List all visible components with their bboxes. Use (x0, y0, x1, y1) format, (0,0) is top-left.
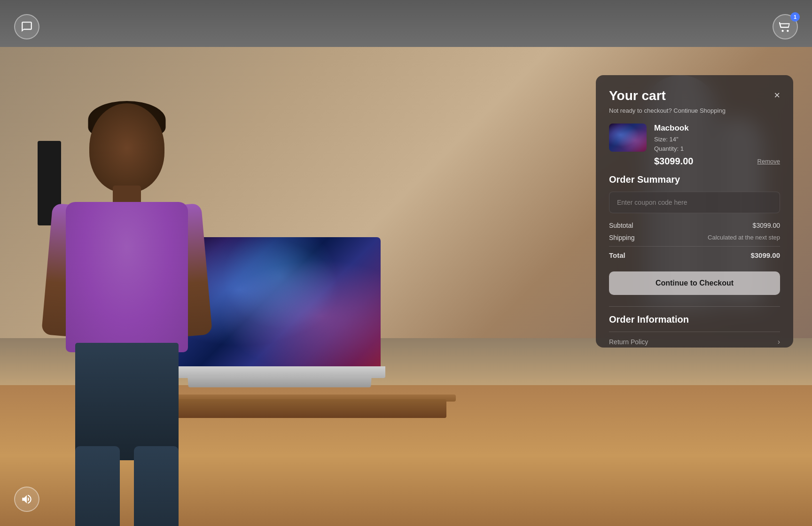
subtotal-value: $3099.00 (753, 222, 780, 229)
close-button[interactable]: × (774, 90, 780, 101)
total-value: $3099.00 (750, 251, 780, 259)
total-label: Total (609, 251, 625, 259)
cart-panel: Your cart × Not ready to checkout? Conti… (596, 75, 793, 348)
product-size: Size: 14" (654, 135, 750, 144)
avatar-left-leg (75, 446, 120, 526)
audio-icon (21, 493, 33, 505)
cart-header: Your cart × (609, 88, 780, 103)
avatar-shirt (66, 202, 188, 352)
avatar-torso-lower (75, 343, 179, 460)
return-policy-label: Return Policy (609, 338, 648, 346)
product-name: Macbook (654, 124, 750, 133)
audio-button[interactable] (14, 487, 39, 512)
order-summary-title: Order Summary (609, 174, 780, 185)
avatar-right-leg (134, 446, 179, 526)
chat-icon (21, 21, 33, 33)
chat-button[interactable] (14, 14, 39, 39)
product-info: Macbook Size: 14" Quantity: 1 $3099.00 (654, 124, 750, 167)
remove-button[interactable]: Remove (757, 158, 780, 165)
product-quantity: Quantity: 1 (654, 144, 750, 154)
cart-icon (779, 21, 791, 33)
shipping-label: Shipping (609, 234, 635, 241)
avatar-body (61, 103, 193, 526)
subtotal-label: Subtotal (609, 222, 633, 229)
checkout-button[interactable]: Continue to Checkout (609, 271, 780, 295)
order-info-title: Order Information (609, 314, 780, 325)
shipping-row: Shipping Calculated at the next step (609, 234, 780, 241)
cart-subtitle: Not ready to checkout? Continue Shopping (609, 107, 780, 114)
summary-divider (609, 246, 780, 247)
shipping-value: Calculated at the next step (708, 234, 780, 241)
cart-title: Your cart (609, 88, 666, 103)
product-thumbnail (609, 124, 647, 152)
cart-button[interactable]: 1 (773, 14, 798, 39)
avatar-head (89, 103, 164, 193)
subtotal-row: Subtotal $3099.00 (609, 222, 780, 229)
return-policy-row[interactable]: Return Policy › (609, 338, 780, 346)
order-summary-section: Order Summary Subtotal $3099.00 Shipping… (609, 174, 780, 304)
coupon-input[interactable] (609, 192, 780, 213)
product-price: $3099.00 (654, 156, 750, 167)
cart-badge: 1 (790, 12, 800, 22)
avatar (38, 80, 216, 526)
chevron-right-icon: › (778, 338, 780, 346)
order-info-section: Order Information Return Policy › (609, 306, 780, 346)
total-row: Total $3099.00 (609, 251, 780, 259)
cart-product-item: Macbook Size: 14" Quantity: 1 $3099.00 R… (609, 124, 780, 167)
order-info-divider (609, 332, 780, 332)
